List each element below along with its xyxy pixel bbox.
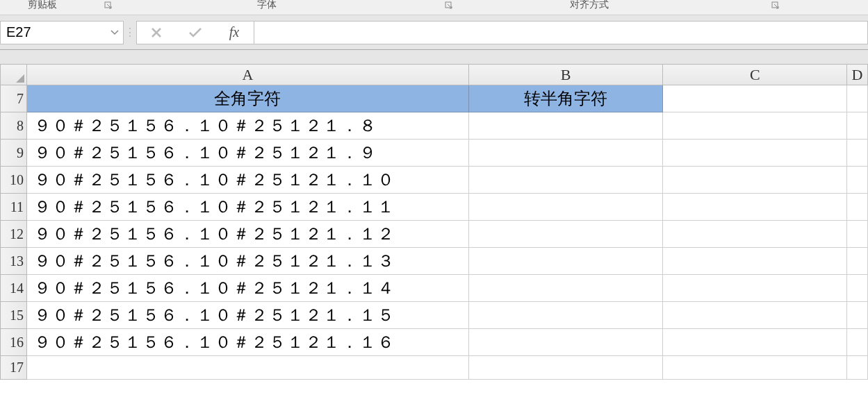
cell-A11[interactable]: ９０＃２５１５６．１０＃２５１２１．１１ xyxy=(26,194,468,221)
cell-C16[interactable] xyxy=(663,329,847,356)
separator: ⋮ xyxy=(124,21,136,44)
expand-icon[interactable] xyxy=(445,1,455,11)
select-all-corner[interactable] xyxy=(1,65,27,85)
cell-A8[interactable]: ９０＃２５１５６．１０＃２５１２１．８ xyxy=(26,112,468,140)
cell-D17[interactable] xyxy=(846,356,867,380)
cell-D12[interactable] xyxy=(846,221,867,248)
cell-A17[interactable] xyxy=(26,356,468,380)
cell-C12[interactable] xyxy=(663,221,847,248)
cell-D11[interactable] xyxy=(846,194,867,221)
row-header-7[interactable]: 7 xyxy=(1,85,27,112)
cell-B10[interactable] xyxy=(468,167,663,194)
cell-B7[interactable]: 转半角字符 xyxy=(468,85,663,112)
cell-C13[interactable] xyxy=(663,248,847,275)
row-header-16[interactable]: 16 xyxy=(1,329,27,356)
cell-B8[interactable] xyxy=(468,112,663,140)
cell-C14[interactable] xyxy=(663,275,847,302)
row-header-8[interactable]: 8 xyxy=(1,112,27,140)
row-header-17[interactable]: 17 xyxy=(1,356,27,380)
cell-D9[interactable] xyxy=(846,140,867,167)
dropdown-icon[interactable] xyxy=(110,30,119,35)
cell-B14[interactable] xyxy=(468,275,663,302)
formula-input[interactable] xyxy=(254,21,868,44)
cell-C8[interactable] xyxy=(663,112,847,140)
cell-B13[interactable] xyxy=(468,248,663,275)
cell-C7[interactable] xyxy=(663,85,847,112)
ribbon-group-alignment: 对齐方式 xyxy=(570,0,609,11)
column-header-D[interactable]: D xyxy=(846,65,867,85)
insert-function-button[interactable]: fx xyxy=(215,22,254,44)
column-header-C[interactable]: C xyxy=(663,65,847,85)
row-header-15[interactable]: 15 xyxy=(1,302,27,329)
ribbon-group-clipboard: 剪贴板 xyxy=(28,0,57,11)
cell-A10[interactable]: ９０＃２５１５６．１０＃２５１２１．１０ xyxy=(26,167,468,194)
cell-B12[interactable] xyxy=(468,221,663,248)
cell-C17[interactable] xyxy=(663,356,847,380)
cell-B17[interactable] xyxy=(468,356,663,380)
ribbon-section-labels: 剪贴板 字体 对齐方式 xyxy=(0,0,868,15)
row-header-12[interactable]: 12 xyxy=(1,221,27,248)
cell-A16[interactable]: ９０＃２５１５６．１０＃２５１２１．１６ xyxy=(26,329,468,356)
formula-bar-buttons: fx xyxy=(136,21,254,44)
row-header-9[interactable]: 9 xyxy=(1,140,27,167)
cell-A7[interactable]: 全角字符 xyxy=(26,85,468,112)
ribbon-group-font: 字体 xyxy=(257,0,277,11)
cell-D13[interactable] xyxy=(846,248,867,275)
row-header-11[interactable]: 11 xyxy=(1,194,27,221)
cell-B9[interactable] xyxy=(468,140,663,167)
cell-C10[interactable] xyxy=(663,167,847,194)
cell-B11[interactable] xyxy=(468,194,663,221)
spreadsheet-grid[interactable]: A B C D 7 全角字符 转半角字符 8 ９０＃２５１５６．１０＃２５１２１… xyxy=(0,64,868,413)
cell-A13[interactable]: ９０＃２５１５６．１０＃２５１２１．１３ xyxy=(26,248,468,275)
column-header-B[interactable]: B xyxy=(468,65,663,85)
expand-icon[interactable] xyxy=(771,1,781,11)
cell-D10[interactable] xyxy=(846,167,867,194)
cell-B16[interactable] xyxy=(468,329,663,356)
row-header-13[interactable]: 13 xyxy=(1,248,27,275)
cell-D14[interactable] xyxy=(846,275,867,302)
cell-A15[interactable]: ９０＃２５１５６．１０＃２５１２１．１５ xyxy=(26,302,468,329)
name-box-value: E27 xyxy=(6,24,31,40)
row-header-14[interactable]: 14 xyxy=(1,275,27,302)
cell-D7[interactable] xyxy=(846,85,867,112)
cancel-button[interactable] xyxy=(137,22,176,44)
cell-C11[interactable] xyxy=(663,194,847,221)
cell-B15[interactable] xyxy=(468,302,663,329)
cell-A12[interactable]: ９０＃２５１５６．１０＃２５１２１．１２ xyxy=(26,221,468,248)
name-box[interactable]: E27 xyxy=(0,21,124,44)
cell-C15[interactable] xyxy=(663,302,847,329)
cell-D8[interactable] xyxy=(846,112,867,140)
expand-icon[interactable] xyxy=(104,1,114,11)
formula-bar: E27 ⋮ fx xyxy=(0,15,868,50)
cell-C9[interactable] xyxy=(663,140,847,167)
column-header-A[interactable]: A xyxy=(26,65,468,85)
cell-A14[interactable]: ９０＃２５１５６．１０＃２５１２１．１４ xyxy=(26,275,468,302)
cell-A9[interactable]: ９０＃２５１５６．１０＃２５１２１．９ xyxy=(26,140,468,167)
row-header-10[interactable]: 10 xyxy=(1,167,27,194)
confirm-button[interactable] xyxy=(176,22,215,44)
cell-D16[interactable] xyxy=(846,329,867,356)
cell-D15[interactable] xyxy=(846,302,867,329)
